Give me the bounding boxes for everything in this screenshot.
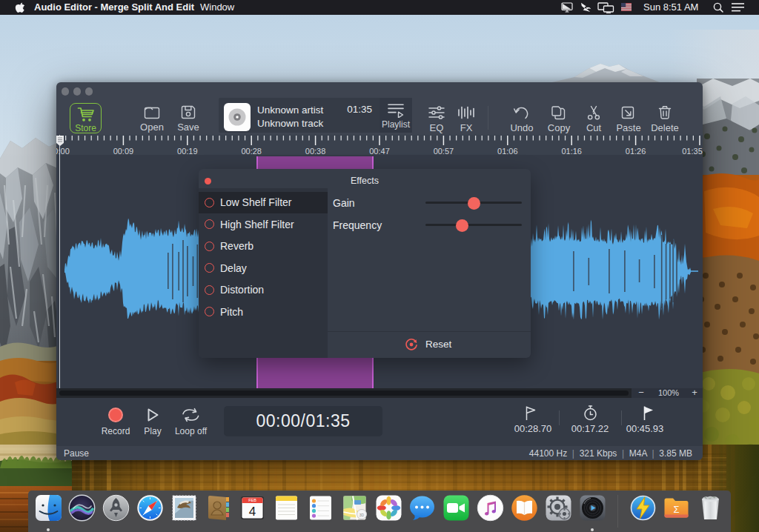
svg-text:01:26: 01:26 xyxy=(626,147,646,155)
svg-text:4: 4 xyxy=(249,505,256,519)
svg-text:01:16: 01:16 xyxy=(561,147,582,155)
svg-text:00:57: 00:57 xyxy=(434,147,454,155)
svg-text:00:28: 00:28 xyxy=(241,147,262,155)
svg-text:00:09: 00:09 xyxy=(113,147,134,155)
svg-text:FEB: FEB xyxy=(248,498,256,502)
svg-text:Σ: Σ xyxy=(674,504,680,515)
svg-text:00:38: 00:38 xyxy=(305,147,326,155)
svg-text:3D: 3D xyxy=(359,513,364,517)
svg-text:00:00: 00:00 xyxy=(56,147,70,155)
svg-text:01:06: 01:06 xyxy=(497,147,518,155)
svg-text:01:35: 01:35 xyxy=(682,147,703,155)
svg-text:00:19: 00:19 xyxy=(177,147,198,155)
svg-text:00:47: 00:47 xyxy=(369,147,390,155)
